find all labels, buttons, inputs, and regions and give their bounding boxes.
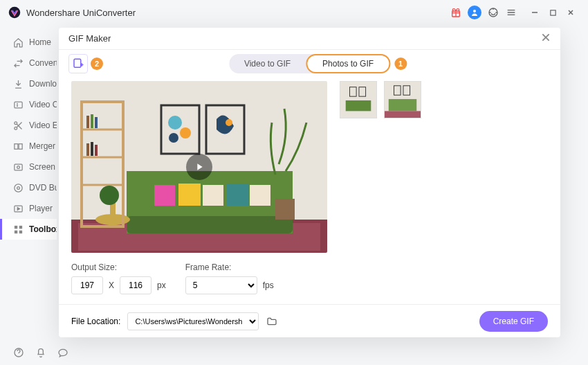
sidebar-item-label: Toolbox: [29, 224, 57, 234]
sidebar-item-editor[interactable]: Video Editor: [0, 115, 57, 136]
svg-rect-51: [340, 82, 376, 118]
file-location-select[interactable]: C:\Users\ws\Pictures\Wondersh: [127, 312, 259, 330]
svg-point-35: [180, 127, 191, 139]
svg-rect-26: [154, 185, 175, 206]
thumbnail-2[interactable]: [384, 81, 421, 118]
svg-point-12: [14, 184, 21, 191]
download-icon: [12, 78, 24, 89]
sidebar-item-player[interactable]: Player: [0, 198, 57, 219]
converter-icon: [12, 57, 24, 69]
svg-rect-20: [74, 59, 81, 67]
sidebar-item-label: Converter: [29, 58, 57, 68]
gif-maker-modal: GIF Maker 2 Video to GIF Photos to GIF 1: [59, 28, 560, 337]
close-button[interactable]: [562, 3, 580, 21]
svg-rect-50: [275, 199, 295, 220]
step-badge-1: 1: [394, 57, 407, 70]
sidebar-item-label: Home: [29, 37, 51, 47]
scissors-icon: [12, 120, 24, 131]
folder-icon[interactable]: [266, 315, 278, 328]
sidebar-item-recorder[interactable]: Screen Recorder: [0, 157, 57, 177]
output-height-input[interactable]: [120, 276, 151, 294]
svg-rect-30: [250, 185, 270, 206]
sidebar-item-downloader[interactable]: Downloader: [0, 73, 57, 94]
sidebar: Home Converter Downloader Video Compress…: [0, 25, 57, 340]
svg-point-34: [168, 116, 182, 130]
svg-rect-29: [227, 184, 249, 206]
preview-area: [71, 81, 327, 253]
recorder-icon: [12, 161, 24, 172]
support-icon[interactable]: [487, 6, 499, 19]
svg-rect-56: [389, 99, 416, 111]
play-icon: [12, 203, 24, 214]
svg-rect-15: [14, 225, 17, 228]
feedback-icon[interactable]: [57, 346, 69, 359]
home-icon: [12, 37, 24, 48]
tab-video-to-gif[interactable]: Video to GIF: [229, 54, 306, 73]
svg-rect-8: [14, 143, 17, 149]
sidebar-item-toolbox[interactable]: Toolbox: [0, 219, 57, 240]
avatar-icon[interactable]: [468, 6, 481, 19]
svg-rect-16: [19, 225, 21, 228]
app-title: Wondershare UniConverter: [26, 8, 136, 18]
svg-rect-47: [91, 142, 93, 156]
output-size-label: Output Size:: [71, 262, 166, 272]
minimize-button[interactable]: [526, 3, 544, 21]
svg-rect-52: [346, 100, 371, 111]
play-button[interactable]: [186, 154, 212, 180]
svg-point-11: [17, 166, 19, 168]
compressor-icon: [12, 99, 24, 110]
frame-rate-label: Frame Rate:: [185, 262, 274, 272]
help-icon[interactable]: [12, 346, 25, 359]
svg-point-7: [14, 127, 17, 130]
modal-title: GIF Maker: [68, 33, 111, 44]
svg-rect-10: [14, 164, 21, 170]
x-label: X: [109, 281, 114, 290]
close-icon[interactable]: [541, 33, 551, 44]
bell-icon[interactable]: [35, 346, 47, 359]
sidebar-item-label: Merger: [29, 141, 55, 151]
thumbnail-1[interactable]: [340, 81, 377, 118]
sidebar-item-dvd[interactable]: DVD Burner: [0, 177, 57, 198]
px-label: px: [157, 281, 166, 290]
step-badge-2: 2: [91, 57, 103, 70]
sidebar-item-label: Screen Recorder: [29, 162, 57, 172]
svg-point-13: [17, 186, 19, 189]
svg-rect-28: [203, 185, 223, 206]
sidebar-item-merger[interactable]: Merger: [0, 136, 57, 157]
thumbnail-strip: [340, 81, 421, 253]
svg-point-38: [226, 119, 232, 126]
hamburger-icon[interactable]: [505, 6, 517, 19]
svg-rect-25: [127, 216, 293, 233]
svg-rect-48: [95, 145, 98, 156]
svg-rect-18: [19, 230, 21, 233]
svg-rect-44: [91, 114, 93, 128]
sidebar-item-compressor[interactable]: Video Compressor: [0, 94, 57, 115]
frame-rate-select[interactable]: 5: [185, 276, 257, 294]
svg-rect-46: [86, 143, 89, 156]
svg-rect-5: [14, 102, 21, 108]
svg-rect-45: [95, 117, 98, 128]
tab-photos-to-gif[interactable]: Photos to GIF: [306, 54, 390, 73]
toolbox-icon: [12, 224, 24, 235]
maximize-button[interactable]: [544, 3, 562, 21]
svg-rect-4: [550, 10, 555, 15]
sidebar-item-label: Player: [29, 204, 53, 213]
disc-icon: [12, 182, 24, 193]
svg-rect-9: [19, 143, 22, 149]
svg-point-36: [169, 133, 178, 143]
svg-rect-17: [14, 230, 17, 233]
app-logo-icon: [8, 6, 21, 19]
merger-icon: [12, 141, 24, 152]
sidebar-item-home[interactable]: Home: [0, 32, 57, 53]
sidebar-item-converter[interactable]: Converter: [0, 53, 57, 73]
sidebar-item-label: Video Editor: [29, 121, 57, 130]
svg-rect-43: [86, 116, 89, 128]
svg-point-2: [473, 10, 476, 12]
create-gif-button[interactable]: Create GIF: [479, 311, 548, 332]
gift-icon[interactable]: [450, 6, 462, 19]
sidebar-item-label: DVD Burner: [29, 183, 57, 193]
output-width-input[interactable]: [71, 276, 103, 294]
add-media-button[interactable]: [68, 54, 88, 73]
fps-label: fps: [263, 281, 274, 290]
statusbar: [0, 340, 69, 365]
